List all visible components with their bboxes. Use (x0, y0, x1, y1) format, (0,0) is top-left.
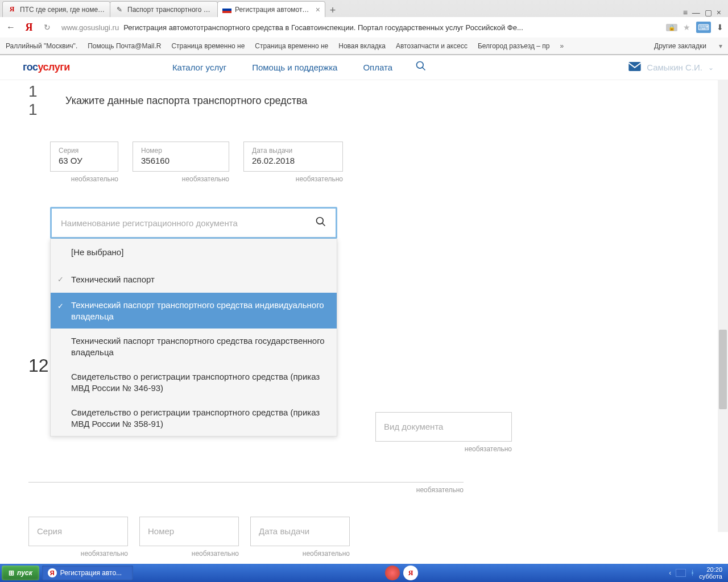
bookmarks-bar: Раллийный "Москвич". Помощь Почта@Mail.R… (0, 38, 728, 55)
tab-strip: Я ПТС где серия, где номер – ✎ Паспорт т… (0, 0, 728, 17)
menu-icon[interactable]: ≡ (683, 8, 688, 17)
back-button[interactable]: ← (5, 22, 17, 32)
page-scrollbar[interactable] (718, 80, 728, 532)
reload-icon[interactable]: ↻ (41, 23, 53, 32)
placeholder-text: Номер (148, 526, 174, 536)
series-field[interactable]: Серия 63 ОУ (50, 142, 118, 172)
tab-title: Паспорт транспортного сре (127, 6, 213, 14)
bluetooth-icon[interactable]: ᚼ (690, 569, 694, 577)
nav-catalog[interactable]: Каталог услуг (172, 63, 226, 72)
bookmark-star-icon[interactable]: ★ (683, 23, 690, 32)
page-content: 1 1 Укажите данные паспорта транспортног… (0, 82, 728, 239)
svg-rect-5 (629, 62, 641, 71)
placeholder-text: Наименование регистрационного документа (61, 218, 315, 228)
gosuslugi-logo[interactable]: госуслуги (23, 61, 70, 73)
url-field[interactable]: www.gosuslugi.ru Регистрация автомототра… (59, 23, 660, 32)
bookmark-item[interactable]: Новая вкладка (338, 42, 386, 50)
reg-doc-combobox: Наименование регистрационного документа … (50, 207, 337, 239)
combo-option-none[interactable]: [Не выбрано] (51, 239, 337, 266)
url-host: www.gosuslugi.ru (61, 23, 119, 32)
field-value: 63 ОУ (59, 156, 110, 165)
step-12-section: Вид документа необязательно необязательн… (28, 412, 512, 582)
address-bar: ← Я ↻ www.gosuslugi.ru Регистрация автом… (0, 17, 728, 38)
close-window-icon[interactable]: × (717, 8, 721, 17)
lock-icon[interactable]: 🔒 (666, 24, 677, 31)
user-menu[interactable]: Самыкин С.И. ⌄ (628, 62, 714, 73)
combo-option-tech-passport-individual[interactable]: ✓ Технический паспорт транспортного сред… (51, 293, 337, 329)
scrollbar-thumb[interactable] (719, 330, 727, 409)
series-field-2[interactable]: Серия (28, 517, 128, 546)
step-title-text: Укажите данные паспорта транспортного ср… (65, 95, 307, 107)
bookmark-item[interactable]: Страница временно не (255, 42, 328, 50)
language-icon[interactable] (676, 569, 686, 577)
tab-close-icon[interactable]: × (316, 5, 320, 14)
field-label: Номер (141, 147, 221, 155)
search-icon (315, 216, 326, 230)
bookmark-item[interactable]: Раллийный "Москвич". (6, 42, 77, 50)
combo-option-tech-passport[interactable]: ✓ Технический паспорт (51, 266, 337, 293)
start-label: пуск (17, 569, 32, 577)
main-nav: Каталог услуг Помощь и поддержка Оплата (172, 63, 392, 72)
new-tab-button[interactable]: + (325, 3, 341, 17)
bookmark-item[interactable]: Помощь Почта@Mail.R (88, 42, 161, 50)
bookmark-item[interactable]: Белгород разъезд – пр (478, 42, 549, 50)
optional-hint: необязательно (250, 550, 350, 558)
bookmarks-overflow-icon[interactable]: » (560, 42, 564, 50)
svg-point-3 (417, 62, 424, 69)
tab-title: ПТС где серия, где номер – (20, 6, 105, 14)
combo-option-cert-358[interactable]: Свидетельство о регистрации транспортног… (51, 400, 337, 436)
mail-icon (628, 62, 641, 73)
optional-hint: необязательно (50, 175, 118, 183)
doc-type-field[interactable]: Вид документа (375, 412, 512, 442)
bookmark-item[interactable]: Автозапчасти и аксесс (396, 42, 468, 50)
maximize-icon[interactable]: ▢ (705, 8, 712, 17)
field-value: 356160 (141, 156, 221, 165)
yandex-home-icon[interactable]: Я (23, 22, 35, 34)
reg-doc-search-input[interactable]: Наименование регистрационного документа (50, 207, 337, 239)
clock[interactable]: 20:20 суббота (699, 566, 722, 580)
start-button[interactable]: ⊞ пуск (2, 566, 39, 580)
hidden-wide-field[interactable] (28, 465, 464, 483)
day-text: суббота (699, 573, 722, 580)
combo-option-tech-passport-gov[interactable]: Технический паспорт транспортного средст… (51, 329, 337, 364)
tray-expand-icon[interactable]: ‹ (669, 569, 671, 577)
number-field-2[interactable]: Номер (139, 517, 239, 546)
optional-hint: необязательно (133, 175, 229, 183)
browser-tab-2[interactable]: Регистрация автомототр × (217, 1, 325, 17)
optional-hint: необязательно (28, 486, 464, 494)
time-text: 20:20 (699, 566, 722, 573)
issue-date-field[interactable]: Дата выдачи 26.02.2018 (243, 142, 343, 172)
field-value: 26.02.2018 (252, 156, 334, 165)
nav-payment[interactable]: Оплата (363, 63, 392, 72)
browser-tab-0[interactable]: Я ПТС где серия, где номер – (2, 1, 110, 17)
task-title: Регистрация авто... (60, 569, 122, 577)
combo-option-cert-346[interactable]: Свидетельство о регистрации транспортног… (51, 364, 337, 400)
site-header: госуслуги Каталог услуг Помощь и поддерж… (0, 55, 728, 80)
svg-point-6 (317, 217, 324, 224)
windows-taskbar: ⊞ пуск Я Регистрация авто... Я ‹ ᚼ 20:20… (0, 564, 728, 582)
minimize-icon[interactable]: — (692, 8, 700, 17)
number-field[interactable]: Номер 356160 (133, 142, 229, 172)
browser-tab-1[interactable]: ✎ Паспорт транспортного сре (110, 1, 218, 17)
window-controls: ≡ — ▢ × (683, 8, 726, 17)
bookmark-item[interactable]: Страница временно не (171, 42, 245, 50)
svg-line-4 (423, 68, 425, 70)
nav-help[interactable]: Помощь и поддержка (252, 63, 337, 72)
other-bookmarks[interactable]: Другие закладки (654, 42, 706, 50)
search-icon[interactable] (415, 60, 427, 74)
download-icon[interactable]: ⬇ (717, 23, 723, 32)
optional-hint: необязательно (243, 175, 343, 183)
keyboard-icon[interactable]: ⌨ (696, 22, 711, 33)
step-number: 1 1 (28, 82, 54, 119)
yandex-browser-icon[interactable]: Я (403, 566, 418, 580)
option-label: Технический паспорт транспортного средст… (71, 300, 324, 321)
user-name: Самыкин С.И. (647, 63, 702, 72)
check-icon: ✓ (57, 302, 64, 311)
opera-icon[interactable] (385, 566, 400, 580)
taskbar-app-yandex[interactable]: Я Регистрация авто... (42, 566, 133, 580)
issue-date-field-2[interactable]: Дата выдачи (250, 517, 350, 546)
favicon-ru-flag (222, 5, 231, 14)
pts-fields-row: Серия 63 ОУ необязательно Номер 356160 н… (50, 142, 728, 183)
logo-part2: услуги (38, 61, 70, 73)
chevron-down-icon[interactable]: ▾ (719, 42, 722, 50)
